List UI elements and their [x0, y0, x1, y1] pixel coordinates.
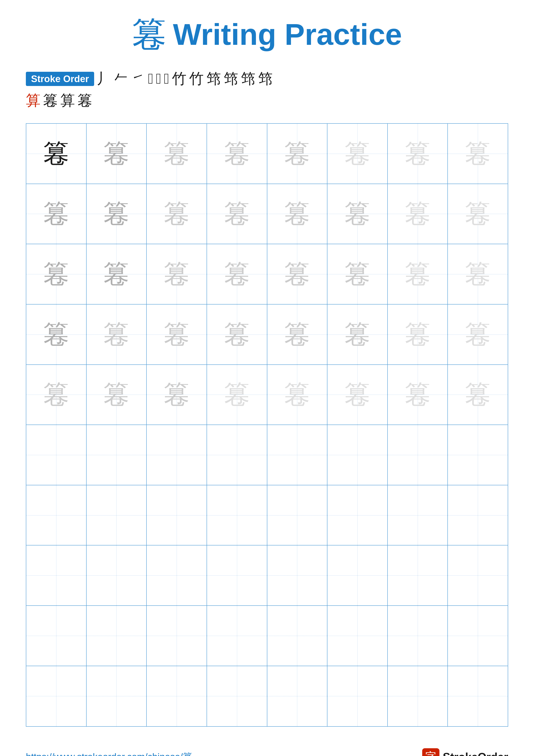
- grid-cell-empty[interactable]: [388, 606, 448, 666]
- grid-cell[interactable]: 篹: [147, 184, 207, 244]
- grid-cell-empty[interactable]: [448, 546, 508, 606]
- grid-cell-empty[interactable]: [327, 666, 388, 726]
- title-area: 篹 Writing Practice: [132, 17, 402, 52]
- grid-cell[interactable]: 篹: [147, 305, 207, 365]
- stroke-4: 𠃊: [148, 70, 153, 87]
- grid-cell-empty[interactable]: [388, 485, 448, 546]
- grid-cell[interactable]: 篹: [147, 244, 207, 305]
- grid-cell-empty[interactable]: [327, 606, 388, 666]
- grid-cell-empty[interactable]: [26, 546, 87, 606]
- grid-cell[interactable]: 篹: [207, 365, 267, 425]
- grid-cell-empty[interactable]: [26, 485, 87, 546]
- grid-row-empty-2: [26, 485, 508, 546]
- grid-cell[interactable]: 篹: [267, 184, 328, 244]
- grid-cell[interactable]: 篹: [207, 184, 267, 244]
- grid-cell-empty[interactable]: [147, 546, 207, 606]
- grid-cell-empty[interactable]: [448, 606, 508, 666]
- grid-cell-empty[interactable]: [267, 666, 328, 726]
- stroke-8: 竹: [189, 69, 204, 89]
- grid-cell[interactable]: 篹: [448, 124, 508, 184]
- grid-cell[interactable]: 篹: [388, 184, 448, 244]
- grid-cell-empty[interactable]: [87, 666, 147, 726]
- grid-cell[interactable]: 篹: [327, 184, 388, 244]
- footer-url[interactable]: https://www.strokeorder.com/chinese/篹: [26, 751, 192, 756]
- grid-cell-empty[interactable]: [207, 425, 267, 485]
- grid-cell[interactable]: 篹: [448, 244, 508, 305]
- practice-char: 篹: [284, 322, 310, 347]
- grid-cell[interactable]: 篹: [327, 305, 388, 365]
- grid-cell[interactable]: 篹: [26, 184, 87, 244]
- grid-cell[interactable]: 篹: [207, 124, 267, 184]
- writing-grid: 篹 篹 篹 篹 篹 篹 篹 篹: [26, 123, 508, 727]
- brand-icon: 字: [422, 748, 440, 756]
- grid-cell-empty[interactable]: [207, 546, 267, 606]
- practice-char: 篹: [43, 201, 69, 227]
- grid-cell-empty[interactable]: [147, 425, 207, 485]
- grid-cell-empty[interactable]: [147, 485, 207, 546]
- grid-cell[interactable]: 篹: [267, 124, 328, 184]
- grid-cell-empty[interactable]: [147, 666, 207, 726]
- grid-cell-empty[interactable]: [267, 546, 328, 606]
- stroke-order-section: Stroke Order 丿 𠂉 ㇀ 𠃊 𠃋 𠄎 竹 竹 筇 筇 筇 筇 算 篹…: [26, 69, 508, 110]
- grid-cell-empty[interactable]: [207, 606, 267, 666]
- grid-cell-empty[interactable]: [448, 666, 508, 726]
- grid-cell[interactable]: 篹: [87, 124, 147, 184]
- grid-cell-empty[interactable]: [388, 546, 448, 606]
- grid-cell-empty[interactable]: [327, 546, 388, 606]
- grid-cell[interactable]: 篹: [448, 365, 508, 425]
- grid-cell-empty[interactable]: [26, 606, 87, 666]
- grid-cell[interactable]: 篹: [267, 305, 328, 365]
- practice-char: 篹: [103, 261, 129, 287]
- grid-cell-empty[interactable]: [26, 666, 87, 726]
- practice-char: 篹: [164, 322, 190, 347]
- grid-cell[interactable]: 篹: [26, 305, 87, 365]
- grid-cell-empty[interactable]: [448, 485, 508, 546]
- grid-cell-empty[interactable]: [87, 485, 147, 546]
- grid-cell[interactable]: 篹: [87, 184, 147, 244]
- grid-cell[interactable]: 篹: [388, 365, 448, 425]
- grid-cell-empty[interactable]: [207, 666, 267, 726]
- grid-cell-empty[interactable]: [327, 425, 388, 485]
- grid-cell-empty[interactable]: [267, 485, 328, 546]
- grid-cell[interactable]: 篹: [327, 244, 388, 305]
- grid-cell[interactable]: 篹: [26, 124, 87, 184]
- grid-cell-empty[interactable]: [448, 425, 508, 485]
- grid-cell[interactable]: 篹: [207, 244, 267, 305]
- grid-cell-empty[interactable]: [267, 425, 328, 485]
- practice-char: 篹: [465, 261, 491, 287]
- grid-cell-empty[interactable]: [327, 485, 388, 546]
- grid-cell[interactable]: 篹: [327, 124, 388, 184]
- grid-cell[interactable]: 篹: [388, 244, 448, 305]
- grid-cell[interactable]: 篹: [26, 244, 87, 305]
- grid-cell[interactable]: 篹: [267, 365, 328, 425]
- grid-cell[interactable]: 篹: [147, 124, 207, 184]
- grid-cell-empty[interactable]: [87, 546, 147, 606]
- grid-cell-empty[interactable]: [388, 425, 448, 485]
- grid-cell[interactable]: 篹: [87, 365, 147, 425]
- grid-cell-empty[interactable]: [87, 606, 147, 666]
- grid-cell[interactable]: 篹: [87, 244, 147, 305]
- grid-cell-empty[interactable]: [207, 485, 267, 546]
- grid-cell-empty[interactable]: [267, 606, 328, 666]
- grid-cell[interactable]: 篹: [327, 365, 388, 425]
- practice-char: 篹: [405, 382, 431, 408]
- grid-cell[interactable]: 篹: [87, 305, 147, 365]
- practice-char: 篹: [43, 382, 69, 408]
- grid-cell[interactable]: 篹: [388, 124, 448, 184]
- grid-cell-empty[interactable]: [147, 606, 207, 666]
- grid-cell-empty[interactable]: [388, 666, 448, 726]
- practice-char: 篹: [405, 322, 431, 347]
- grid-cell[interactable]: 篹: [26, 365, 87, 425]
- footer: https://www.strokeorder.com/chinese/篹 字 …: [26, 735, 508, 756]
- grid-cell[interactable]: 篹: [448, 305, 508, 365]
- practice-char: 篹: [224, 141, 250, 167]
- grid-cell[interactable]: 篹: [207, 305, 267, 365]
- grid-cell-empty[interactable]: [87, 425, 147, 485]
- grid-cell[interactable]: 篹: [147, 365, 207, 425]
- grid-cell[interactable]: 篹: [267, 244, 328, 305]
- grid-cell-empty[interactable]: [26, 425, 87, 485]
- stroke-order-row2: 算 篹 算 篹: [26, 91, 508, 110]
- grid-cell[interactable]: 篹: [448, 184, 508, 244]
- stroke-r4: 篹: [78, 91, 92, 110]
- grid-cell[interactable]: 篹: [388, 305, 448, 365]
